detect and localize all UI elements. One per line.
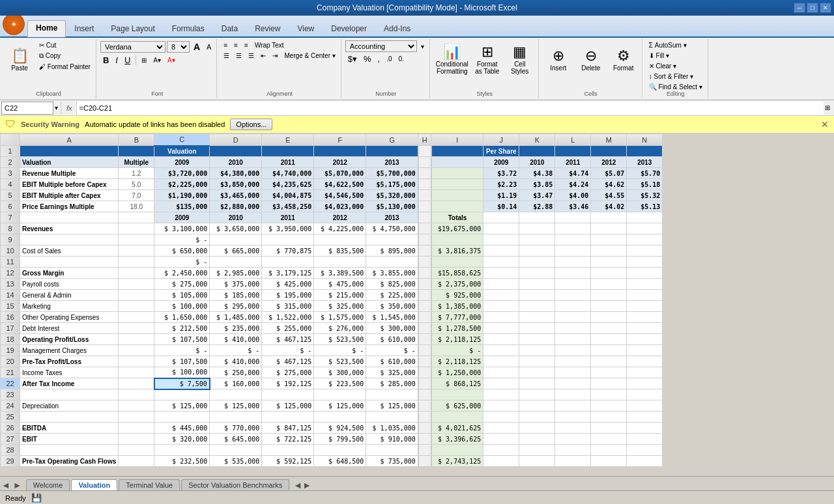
cell-styles-button[interactable]: ▦ Cell Styles xyxy=(504,40,536,79)
cell-K15[interactable] xyxy=(519,301,555,312)
indent-increase-button[interactable]: ⇥ xyxy=(270,51,280,61)
clear-button[interactable]: ✕ Clear ▾ xyxy=(646,61,705,71)
cell-I16[interactable]: $ 7,777,000 xyxy=(431,312,483,323)
cell-F19[interactable]: $ - xyxy=(314,345,366,356)
cell-I2[interactable] xyxy=(431,157,483,168)
cell-H27[interactable] xyxy=(418,434,431,445)
col-header-H[interactable]: H xyxy=(418,134,431,146)
cell-D3[interactable]: $4,380,000 xyxy=(210,168,262,179)
cell-F25[interactable] xyxy=(314,412,366,423)
cell-K3[interactable]: $4.38 xyxy=(519,168,555,179)
cell-L10[interactable] xyxy=(555,245,591,257)
cell-D26[interactable]: $ 770,000 xyxy=(210,423,262,434)
cell-B8[interactable] xyxy=(119,223,154,234)
cell-E13[interactable]: $ 425,000 xyxy=(262,279,314,290)
cell-D8[interactable]: $ 3,650,000 xyxy=(210,223,262,234)
cell-K13[interactable] xyxy=(519,279,555,290)
col-header-B[interactable]: B xyxy=(119,134,154,146)
cell-I6[interactable] xyxy=(431,201,483,212)
cell-N15[interactable] xyxy=(627,301,663,312)
cell-H12[interactable] xyxy=(418,268,431,279)
cell-I5[interactable] xyxy=(431,190,483,201)
cell-I3[interactable] xyxy=(431,168,483,179)
cell-I7[interactable]: Totals xyxy=(431,212,483,223)
cell-B14[interactable] xyxy=(119,290,154,301)
cell-N16[interactable] xyxy=(627,312,663,323)
number-format-button[interactable]: ▾ xyxy=(418,42,427,51)
cell-L22[interactable] xyxy=(555,378,591,389)
tab-developer[interactable]: Developer xyxy=(323,21,375,37)
cell-K25[interactable] xyxy=(519,412,555,423)
increase-font-button[interactable]: A xyxy=(191,40,203,53)
sheet-nav-right[interactable]: ► xyxy=(13,480,22,490)
row-header-10[interactable]: 10 xyxy=(1,245,20,257)
cell-J12[interactable] xyxy=(483,268,519,279)
cell-G23[interactable] xyxy=(366,389,418,400)
cell-K8[interactable] xyxy=(519,223,555,234)
cell-B27[interactable] xyxy=(119,434,154,445)
cell-I29[interactable]: $ 2,743,125 xyxy=(431,456,483,467)
cell-A16[interactable]: Other Operating Expenses xyxy=(20,312,119,323)
cell-H23[interactable] xyxy=(418,389,431,400)
cell-N24[interactable] xyxy=(627,400,663,412)
cell-N14[interactable] xyxy=(627,290,663,301)
cell-I25[interactable] xyxy=(431,412,483,423)
cell-A25[interactable] xyxy=(20,412,119,423)
row-header-25[interactable]: 25 xyxy=(1,412,20,423)
cell-A7[interactable] xyxy=(20,212,119,223)
cell-G9[interactable] xyxy=(366,234,418,245)
cell-J10[interactable] xyxy=(483,245,519,257)
cell-L18[interactable] xyxy=(555,334,591,345)
cell-A15[interactable]: Marketing xyxy=(20,301,119,312)
col-header-C[interactable]: C xyxy=(154,134,210,146)
cell-N6[interactable]: $5.13 xyxy=(627,201,663,212)
cell-G6[interactable]: $5,130,000 xyxy=(366,201,418,212)
cell-H29[interactable] xyxy=(418,456,431,467)
cell-N1[interactable] xyxy=(627,146,663,157)
row-header-15[interactable]: 15 xyxy=(1,301,20,312)
cell-F12[interactable]: $ 3,389,500 xyxy=(314,268,366,279)
tab-home[interactable]: Home xyxy=(27,20,66,37)
cell-B21[interactable] xyxy=(119,367,154,378)
cell-G16[interactable]: $ 1,545,000 xyxy=(366,312,418,323)
cell-D27[interactable]: $ 645,000 xyxy=(210,434,262,445)
row-header-13[interactable]: 13 xyxy=(1,279,20,290)
cell-K11[interactable] xyxy=(519,257,555,268)
cell-E26[interactable]: $ 847,125 xyxy=(262,423,314,434)
currency-button[interactable]: $▾ xyxy=(345,53,360,65)
cell-L9[interactable] xyxy=(555,234,591,245)
cell-E2[interactable]: 2011 xyxy=(262,157,314,168)
cell-C20[interactable]: $ 107,500 xyxy=(154,356,210,367)
row-header-18[interactable]: 18 xyxy=(1,334,20,345)
cell-K7[interactable] xyxy=(519,212,555,223)
cell-L21[interactable] xyxy=(555,367,591,378)
cell-L24[interactable] xyxy=(555,400,591,412)
cell-C21[interactable]: $ 100,000 xyxy=(154,367,210,378)
cell-E7[interactable]: 2011 xyxy=(262,212,314,223)
cell-K17[interactable] xyxy=(519,323,555,334)
italic-button[interactable]: I xyxy=(113,54,121,66)
cell-L8[interactable] xyxy=(555,223,591,234)
cell-J6[interactable]: $0.14 xyxy=(483,201,519,212)
cell-H3[interactable] xyxy=(418,168,431,179)
cell-B26[interactable] xyxy=(119,423,154,434)
cell-B5[interactable]: 7.0 xyxy=(119,190,154,201)
cell-I8[interactable]: $19,675,000 xyxy=(431,223,483,234)
cell-B22[interactable] xyxy=(119,378,154,389)
sort-filter-button[interactable]: ↕ Sort & Filter ▾ xyxy=(646,72,705,81)
cell-A10[interactable]: Cost of Sales xyxy=(20,245,119,257)
cell-M27[interactable] xyxy=(591,434,627,445)
tab-view[interactable]: View xyxy=(289,21,323,37)
cell-I26[interactable]: $ 4,021,625 xyxy=(431,423,483,434)
cell-B13[interactable] xyxy=(119,279,154,290)
cell-G15[interactable]: $ 350,000 xyxy=(366,301,418,312)
grid-wrapper[interactable]: A B C D E F G H I J K L M N 1ValuationPe… xyxy=(0,133,834,476)
cell-N23[interactable] xyxy=(627,389,663,400)
cell-B1[interactable] xyxy=(119,146,154,157)
paste-button[interactable]: 📋 Paste xyxy=(4,40,35,79)
delete-cells-button[interactable]: ⊖ Delete xyxy=(575,40,607,79)
cell-F7[interactable]: 2012 xyxy=(314,212,366,223)
cell-F10[interactable]: $ 835,500 xyxy=(314,245,366,257)
format-as-table-button[interactable]: ⊞ Format as Table xyxy=(472,40,503,79)
cell-N20[interactable] xyxy=(627,356,663,367)
